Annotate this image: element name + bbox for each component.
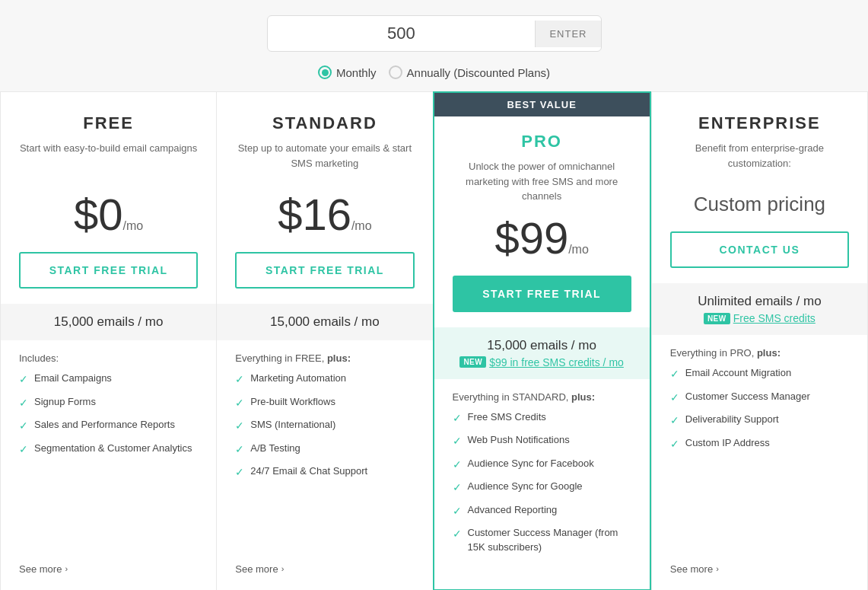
feature-item: ✓Marketing Automation [235,372,414,387]
emails-section-standard: 15,000 emails / mo [217,304,432,340]
emails-main-pro: 15,000 emails / mo [453,338,631,353]
feature-item: ✓Customer Success Manager (from 15K subs… [453,526,631,553]
plans-container: FREEStart with easy-to-build email campa… [0,91,868,590]
feature-item: ✓Advanced Reporting [453,503,631,519]
feature-item: ✓Custom IP Address [670,436,849,452]
plan-card-enterprise: ENTERPRISEBenefit from enterprise-grade … [651,91,868,590]
feature-item: ✓Signup Forms [19,395,198,411]
see-more-enterprise[interactable]: See more› [670,563,849,575]
check-icon: ✓ [670,413,679,429]
check-icon: ✓ [453,434,462,449]
emails-sub-text-enterprise: Free SMS credits [733,312,816,324]
price-custom-enterprise: Custom pricing [694,193,825,215]
emails-sub-enterprise: NEWFree SMS credits [670,312,849,324]
price-amount-standard: $16 [278,190,351,239]
feature-text: Free SMS Credits [468,410,546,424]
feature-text: Customer Success Manager [685,390,810,403]
check-icon: ✓ [235,442,244,458]
see-more-label-free: See more [19,563,62,575]
price-amount-free: $0 [74,190,123,239]
top-section: ENTER Monthly Annually (Discounted Plans… [0,0,868,91]
feature-text: Web Push Notifications [468,433,570,447]
check-icon: ✓ [19,442,28,458]
feature-list-standard: ✓Marketing Automation✓Pre-built Workflow… [235,372,414,488]
price-per-pro: /mo [568,243,589,256]
check-icon: ✓ [670,367,679,382]
emails-sub-text-pro: $99 in free SMS credits / mo [489,356,624,368]
chevron-right-icon: › [716,564,719,573]
plan-desc-free: Start with easy-to-build email campaigns [19,141,198,180]
check-icon: ✓ [453,504,462,519]
annually-option[interactable]: Annually (Discounted Plans) [389,65,550,79]
emails-section-pro: 15,000 emails / moNEW$99 in free SMS cre… [434,327,650,379]
feature-item: ✓Audience Sync for Facebook [453,457,631,473]
best-value-banner: BEST VALUE [434,93,650,116]
price-amount-pro: $99 [494,213,568,263]
cta-button-pro[interactable]: START FREE TRIAL [453,276,631,312]
feature-text: Audience Sync for Google [468,480,583,493]
emails-main-free: 15,000 emails / mo [19,314,198,330]
feature-item: ✓Pre-built Workflows [235,395,414,411]
new-badge-pro: NEW [459,356,486,368]
feature-text: Marketing Automation [250,372,346,385]
check-icon: ✓ [19,396,28,411]
feature-item: ✓Web Push Notifications [453,433,631,449]
plan-name-standard: STANDARD [235,113,414,133]
plan-card-free: FREEStart with easy-to-build email campa… [0,91,216,590]
annually-radio[interactable] [389,65,402,79]
plan-name-enterprise: ENTERPRISE [670,113,849,133]
check-icon: ✓ [235,396,244,411]
check-icon: ✓ [235,465,244,480]
feature-list-enterprise: ✓Email Account Migration✓Customer Succes… [670,366,849,459]
feature-item: ✓Email Campaigns [19,372,198,387]
cta-button-enterprise[interactable]: CONTACT US [670,231,849,268]
billing-toggle: Monthly Annually (Discounted Plans) [318,65,550,79]
feature-list-pro: ✓Free SMS Credits✓Web Push Notifications… [453,410,631,562]
plan-name-pro: PRO [453,132,631,151]
feature-text: A/B Testing [250,442,300,455]
feature-item: ✓Deliverability Support [670,413,849,429]
feature-text: Email Campaigns [34,372,112,385]
plan-desc-pro: Unlock the power of omnichannel marketin… [453,159,631,204]
feature-item: ✓Email Account Migration [670,366,849,382]
chevron-right-icon: › [65,564,68,573]
emails-main-enterprise: Unlimited emails / mo [670,294,849,309]
includes-label-free: Includes: [19,352,198,364]
check-icon: ✓ [453,480,462,496]
check-icon: ✓ [670,437,679,452]
cta-button-free[interactable]: START FREE TRIAL [19,252,198,289]
feature-item: ✓SMS (International) [235,418,414,434]
check-icon: ✓ [453,527,462,542]
check-icon: ✓ [453,411,462,426]
plan-desc-enterprise: Benefit from enterprise-grade customizat… [670,141,849,180]
cta-button-standard[interactable]: START FREE TRIAL [235,252,414,289]
feature-text: Email Account Migration [685,366,791,380]
feature-item: ✓Free SMS Credits [453,410,631,426]
includes-label-pro: Everything in STANDARD, plus: [453,391,631,403]
monthly-radio[interactable] [318,65,332,79]
contacts-input-wrapper: ENTER [267,15,602,52]
annually-label: Annually (Discounted Plans) [407,66,550,79]
see-more-free[interactable]: See more› [19,563,198,575]
feature-item: ✓Audience Sync for Google [453,480,631,496]
see-more-label-standard: See more [235,563,278,575]
plan-desc-standard: Step up to automate your emails & start … [235,141,414,180]
enter-button[interactable]: ENTER [535,21,600,47]
price-per-standard: /mo [351,219,372,232]
feature-item: ✓Customer Success Manager [670,390,849,406]
feature-text: Custom IP Address [685,436,770,450]
emails-sub-pro: NEW$99 in free SMS credits / mo [453,356,631,368]
see-more-standard[interactable]: See more› [235,563,414,575]
new-badge-enterprise: NEW [704,313,730,324]
feature-text: Signup Forms [34,395,96,409]
feature-text: SMS (International) [250,418,335,432]
feature-text: Audience Sync for Facebook [468,457,594,470]
contacts-input[interactable] [268,16,536,51]
feature-item: ✓Segmentation & Customer Analytics [19,442,198,458]
feature-list-free: ✓Email Campaigns✓Signup Forms✓Sales and … [19,372,198,464]
includes-label-enterprise: Everything in PRO, plus: [670,347,849,359]
feature-text: Sales and Performance Reports [34,418,175,432]
monthly-option[interactable]: Monthly [318,65,377,79]
check-icon: ✓ [19,419,28,434]
see-more-label-enterprise: See more [670,563,713,575]
